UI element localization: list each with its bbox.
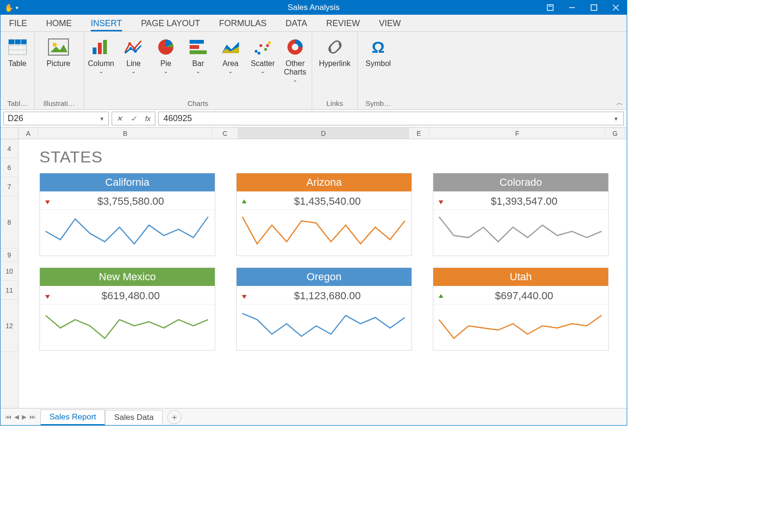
svg-rect-13 [93,48,96,54]
column-header[interactable]: E [409,128,429,139]
state-card[interactable]: Utah $697,440.00 [433,267,609,351]
column-headers: A B C D E F G [19,128,627,139]
sheet-tab-active[interactable]: Sales Report [40,409,105,425]
row-header[interactable]: 12 [0,300,18,352]
svg-point-19 [134,50,137,53]
scatter-chart-button[interactable]: Scatter⌄ [250,34,276,75]
state-card[interactable]: Oregon $1,123,680.00 [236,267,412,351]
group-illustrations: Illustrati… [38,99,80,108]
svg-point-28 [258,52,260,55]
tab-formulas[interactable]: FORMULAS [219,19,267,31]
svg-rect-0 [547,5,553,10]
chevron-down-icon[interactable]: ▼ [99,116,105,122]
svg-rect-22 [190,45,199,49]
donut-chart-icon [286,37,304,57]
bar-chart-button[interactable]: Bar⌄ [185,34,211,75]
card-header: Utah [433,268,608,286]
chevron-down-icon[interactable]: ▼ [613,116,619,122]
pie-chart-button[interactable]: Pie⌄ [153,34,179,75]
card-value: $1,435,540.00 [248,195,407,208]
qat-dropdown-icon[interactable]: ▾ [16,5,19,11]
qat-touch-icon[interactable]: ✋ [4,3,14,12]
add-sheet-button[interactable]: ＋ [167,410,182,424]
tab-data[interactable]: DATA [286,19,307,31]
row-header[interactable]: 8 [0,196,18,248]
chevron-down-icon: ⌄ [196,68,201,75]
symbol-button[interactable]: Ω Symbol [362,34,395,68]
state-cards-grid: California $3,755,580.00 Arizona $1,435,… [39,173,606,351]
state-card[interactable]: New Mexico $619,480.00 [39,267,215,351]
chevron-down-icon: ⌄ [293,76,297,83]
tab-review[interactable]: REVIEW [326,19,360,31]
hyperlink-button[interactable]: Hyperlink [316,34,354,68]
trend-up-icon [438,293,445,299]
row-header[interactable]: 10 [0,262,18,281]
column-header[interactable]: F [429,128,606,139]
picture-button[interactable]: Picture [38,34,78,68]
cancel-formula-icon[interactable]: ✕ [112,114,126,123]
fx-icon[interactable]: fx [141,114,155,123]
pie-chart-icon [157,37,175,57]
table-button[interactable]: Table [4,34,30,68]
scatter-chart-icon [253,37,272,57]
svg-point-16 [128,42,131,45]
card-header: Oregon [237,268,411,286]
column-header[interactable]: D [238,128,409,139]
card-value: $1,393,547.00 [445,195,603,208]
card-header: New Mexico [40,268,215,286]
formula-input[interactable]: 460925 ▼ [158,112,624,125]
name-box[interactable]: D26 ▼ [3,112,109,125]
minimize-icon[interactable] [561,0,583,15]
state-card[interactable]: California $3,755,580.00 [39,173,215,256]
chevron-down-icon: ⌄ [228,68,233,75]
maximize-icon[interactable] [583,0,605,15]
sheet-tabs-bar: ⏮ ◀ ▶ ⏭ Sales Report Sales Data ＋ [0,408,627,425]
close-icon[interactable] [605,0,627,15]
sheet-tab[interactable]: Sales Data [105,410,163,425]
accept-formula-icon[interactable]: ✓ [126,114,141,123]
sparkline [237,304,411,350]
svg-point-12 [53,43,57,47]
column-chart-icon [92,37,111,57]
column-chart-button[interactable]: Column⌄ [88,34,114,75]
next-sheet-icon[interactable]: ▶ [22,413,27,420]
tab-insert[interactable]: INSERT [91,19,122,31]
line-chart-button[interactable]: Line⌄ [121,34,146,75]
collapse-ribbon-icon[interactable]: ︿ [616,99,623,107]
table-icon [8,37,27,57]
first-sheet-icon[interactable]: ⏮ [5,413,11,420]
state-card[interactable]: Colorado $1,393,547.00 [433,173,609,256]
area-chart-button[interactable]: Area⌄ [218,34,243,75]
column-header[interactable]: B [38,128,212,139]
column-header[interactable]: G [606,128,625,139]
chevron-down-icon: ⌄ [163,68,168,75]
tab-file[interactable]: FILE [9,19,27,31]
row-header[interactable]: 7 [0,177,18,196]
group-symbols: Symb… [362,99,395,108]
picture-icon [48,37,69,57]
row-header[interactable]: 11 [0,281,18,300]
card-value: $3,755,580.00 [51,195,210,208]
select-all-corner[interactable] [0,128,18,139]
row-header[interactable]: 6 [0,158,18,177]
row-header[interactable]: 4 [0,139,18,158]
tab-view[interactable]: VIEW [379,19,401,31]
tab-home[interactable]: HOME [46,19,72,31]
prev-sheet-icon[interactable]: ◀ [14,413,19,420]
area-chart-icon [221,37,240,57]
state-card[interactable]: Arizona $1,435,540.00 [236,173,412,256]
chevron-down-icon: ⌄ [131,68,136,75]
spreadsheet-grid: 4 6 7 8 9 10 11 12 A B C D E F G STATES … [0,128,627,408]
ribbon-display-icon[interactable] [539,0,561,15]
omega-icon: Ω [372,37,384,57]
column-header[interactable]: C [212,128,238,139]
svg-rect-6 [9,39,27,44]
tab-pagelayout[interactable]: PAGE LAYOUT [141,19,200,31]
svg-point-29 [266,44,269,47]
svg-rect-14 [98,43,102,54]
other-charts-button[interactable]: Other Charts⌄ [282,34,308,83]
column-header[interactable]: A [19,128,38,139]
card-value: $619,480.00 [51,290,210,302]
last-sheet-icon[interactable]: ⏭ [29,413,36,420]
row-header[interactable]: 9 [0,248,18,262]
